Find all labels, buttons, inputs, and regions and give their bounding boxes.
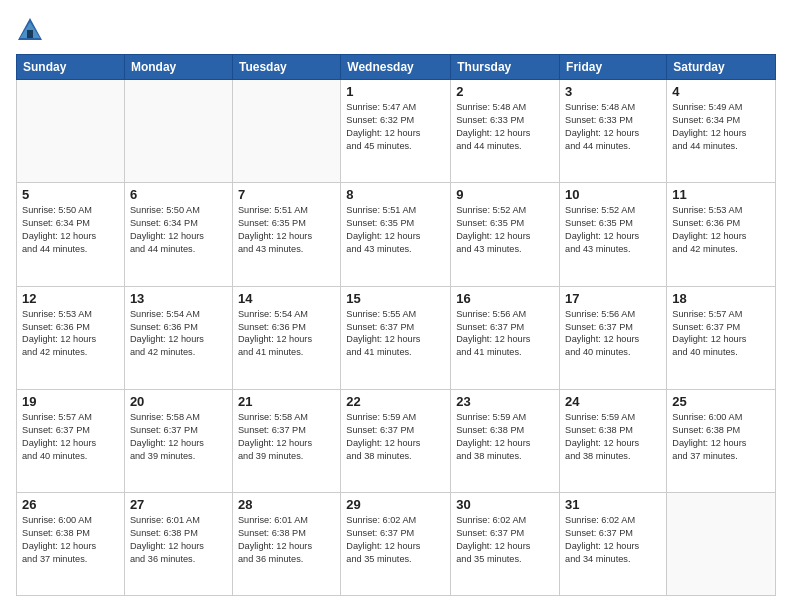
day-cell-29: 29Sunrise: 6:02 AM Sunset: 6:37 PM Dayli… xyxy=(341,493,451,596)
day-number: 27 xyxy=(130,497,227,512)
day-number: 8 xyxy=(346,187,445,202)
day-cell-31: 31Sunrise: 6:02 AM Sunset: 6:37 PM Dayli… xyxy=(560,493,667,596)
day-cell-5: 5Sunrise: 5:50 AM Sunset: 6:34 PM Daylig… xyxy=(17,183,125,286)
day-info: Sunrise: 5:53 AM Sunset: 6:36 PM Dayligh… xyxy=(672,204,770,256)
day-cell-empty-6 xyxy=(667,493,776,596)
day-number: 15 xyxy=(346,291,445,306)
day-cell-18: 18Sunrise: 5:57 AM Sunset: 6:37 PM Dayli… xyxy=(667,286,776,389)
day-number: 1 xyxy=(346,84,445,99)
day-number: 30 xyxy=(456,497,554,512)
day-info: Sunrise: 5:59 AM Sunset: 6:38 PM Dayligh… xyxy=(456,411,554,463)
calendar-table: SundayMondayTuesdayWednesdayThursdayFrid… xyxy=(16,54,776,596)
day-info: Sunrise: 6:02 AM Sunset: 6:37 PM Dayligh… xyxy=(565,514,661,566)
day-header-friday: Friday xyxy=(560,55,667,80)
day-cell-27: 27Sunrise: 6:01 AM Sunset: 6:38 PM Dayli… xyxy=(124,493,232,596)
day-cell-24: 24Sunrise: 5:59 AM Sunset: 6:38 PM Dayli… xyxy=(560,389,667,492)
day-header-wednesday: Wednesday xyxy=(341,55,451,80)
week-row-1: 1Sunrise: 5:47 AM Sunset: 6:32 PM Daylig… xyxy=(17,80,776,183)
day-info: Sunrise: 5:56 AM Sunset: 6:37 PM Dayligh… xyxy=(456,308,554,360)
day-header-tuesday: Tuesday xyxy=(232,55,340,80)
day-info: Sunrise: 5:55 AM Sunset: 6:37 PM Dayligh… xyxy=(346,308,445,360)
day-cell-9: 9Sunrise: 5:52 AM Sunset: 6:35 PM Daylig… xyxy=(451,183,560,286)
day-number: 6 xyxy=(130,187,227,202)
day-cell-empty-0 xyxy=(17,80,125,183)
day-number: 3 xyxy=(565,84,661,99)
day-info: Sunrise: 6:01 AM Sunset: 6:38 PM Dayligh… xyxy=(130,514,227,566)
day-info: Sunrise: 5:51 AM Sunset: 6:35 PM Dayligh… xyxy=(346,204,445,256)
day-number: 14 xyxy=(238,291,335,306)
day-number: 19 xyxy=(22,394,119,409)
day-number: 28 xyxy=(238,497,335,512)
day-number: 5 xyxy=(22,187,119,202)
day-info: Sunrise: 5:48 AM Sunset: 6:33 PM Dayligh… xyxy=(565,101,661,153)
day-cell-17: 17Sunrise: 5:56 AM Sunset: 6:37 PM Dayli… xyxy=(560,286,667,389)
day-cell-14: 14Sunrise: 5:54 AM Sunset: 6:36 PM Dayli… xyxy=(232,286,340,389)
day-info: Sunrise: 6:00 AM Sunset: 6:38 PM Dayligh… xyxy=(672,411,770,463)
day-info: Sunrise: 5:56 AM Sunset: 6:37 PM Dayligh… xyxy=(565,308,661,360)
day-info: Sunrise: 5:50 AM Sunset: 6:34 PM Dayligh… xyxy=(130,204,227,256)
day-number: 18 xyxy=(672,291,770,306)
calendar-page: SundayMondayTuesdayWednesdayThursdayFrid… xyxy=(0,0,792,612)
day-cell-empty-1 xyxy=(124,80,232,183)
day-number: 9 xyxy=(456,187,554,202)
day-info: Sunrise: 6:01 AM Sunset: 6:38 PM Dayligh… xyxy=(238,514,335,566)
day-number: 12 xyxy=(22,291,119,306)
day-number: 2 xyxy=(456,84,554,99)
day-cell-10: 10Sunrise: 5:52 AM Sunset: 6:35 PM Dayli… xyxy=(560,183,667,286)
day-cell-19: 19Sunrise: 5:57 AM Sunset: 6:37 PM Dayli… xyxy=(17,389,125,492)
day-number: 4 xyxy=(672,84,770,99)
day-number: 23 xyxy=(456,394,554,409)
day-cell-4: 4Sunrise: 5:49 AM Sunset: 6:34 PM Daylig… xyxy=(667,80,776,183)
day-info: Sunrise: 5:52 AM Sunset: 6:35 PM Dayligh… xyxy=(456,204,554,256)
day-number: 31 xyxy=(565,497,661,512)
day-number: 7 xyxy=(238,187,335,202)
day-cell-2: 2Sunrise: 5:48 AM Sunset: 6:33 PM Daylig… xyxy=(451,80,560,183)
day-info: Sunrise: 5:59 AM Sunset: 6:38 PM Dayligh… xyxy=(565,411,661,463)
day-number: 13 xyxy=(130,291,227,306)
day-cell-12: 12Sunrise: 5:53 AM Sunset: 6:36 PM Dayli… xyxy=(17,286,125,389)
day-number: 20 xyxy=(130,394,227,409)
day-cell-21: 21Sunrise: 5:58 AM Sunset: 6:37 PM Dayli… xyxy=(232,389,340,492)
day-number: 26 xyxy=(22,497,119,512)
week-row-2: 5Sunrise: 5:50 AM Sunset: 6:34 PM Daylig… xyxy=(17,183,776,286)
day-number: 11 xyxy=(672,187,770,202)
day-info: Sunrise: 5:57 AM Sunset: 6:37 PM Dayligh… xyxy=(672,308,770,360)
day-number: 10 xyxy=(565,187,661,202)
day-number: 25 xyxy=(672,394,770,409)
day-cell-3: 3Sunrise: 5:48 AM Sunset: 6:33 PM Daylig… xyxy=(560,80,667,183)
day-number: 17 xyxy=(565,291,661,306)
header-row: SundayMondayTuesdayWednesdayThursdayFrid… xyxy=(17,55,776,80)
day-header-thursday: Thursday xyxy=(451,55,560,80)
day-cell-7: 7Sunrise: 5:51 AM Sunset: 6:35 PM Daylig… xyxy=(232,183,340,286)
day-cell-13: 13Sunrise: 5:54 AM Sunset: 6:36 PM Dayli… xyxy=(124,286,232,389)
day-cell-15: 15Sunrise: 5:55 AM Sunset: 6:37 PM Dayli… xyxy=(341,286,451,389)
day-info: Sunrise: 5:53 AM Sunset: 6:36 PM Dayligh… xyxy=(22,308,119,360)
day-info: Sunrise: 6:02 AM Sunset: 6:37 PM Dayligh… xyxy=(346,514,445,566)
day-cell-22: 22Sunrise: 5:59 AM Sunset: 6:37 PM Dayli… xyxy=(341,389,451,492)
day-cell-1: 1Sunrise: 5:47 AM Sunset: 6:32 PM Daylig… xyxy=(341,80,451,183)
day-cell-11: 11Sunrise: 5:53 AM Sunset: 6:36 PM Dayli… xyxy=(667,183,776,286)
day-cell-23: 23Sunrise: 5:59 AM Sunset: 6:38 PM Dayli… xyxy=(451,389,560,492)
day-info: Sunrise: 5:50 AM Sunset: 6:34 PM Dayligh… xyxy=(22,204,119,256)
day-cell-16: 16Sunrise: 5:56 AM Sunset: 6:37 PM Dayli… xyxy=(451,286,560,389)
day-cell-8: 8Sunrise: 5:51 AM Sunset: 6:35 PM Daylig… xyxy=(341,183,451,286)
day-info: Sunrise: 5:54 AM Sunset: 6:36 PM Dayligh… xyxy=(238,308,335,360)
week-row-5: 26Sunrise: 6:00 AM Sunset: 6:38 PM Dayli… xyxy=(17,493,776,596)
week-row-4: 19Sunrise: 5:57 AM Sunset: 6:37 PM Dayli… xyxy=(17,389,776,492)
day-info: Sunrise: 5:48 AM Sunset: 6:33 PM Dayligh… xyxy=(456,101,554,153)
day-info: Sunrise: 5:58 AM Sunset: 6:37 PM Dayligh… xyxy=(130,411,227,463)
day-info: Sunrise: 5:52 AM Sunset: 6:35 PM Dayligh… xyxy=(565,204,661,256)
day-cell-6: 6Sunrise: 5:50 AM Sunset: 6:34 PM Daylig… xyxy=(124,183,232,286)
day-info: Sunrise: 6:00 AM Sunset: 6:38 PM Dayligh… xyxy=(22,514,119,566)
logo xyxy=(16,16,48,44)
day-number: 24 xyxy=(565,394,661,409)
svg-rect-2 xyxy=(27,30,33,38)
day-cell-25: 25Sunrise: 6:00 AM Sunset: 6:38 PM Dayli… xyxy=(667,389,776,492)
day-cell-26: 26Sunrise: 6:00 AM Sunset: 6:38 PM Dayli… xyxy=(17,493,125,596)
day-header-sunday: Sunday xyxy=(17,55,125,80)
day-info: Sunrise: 5:59 AM Sunset: 6:37 PM Dayligh… xyxy=(346,411,445,463)
day-info: Sunrise: 5:47 AM Sunset: 6:32 PM Dayligh… xyxy=(346,101,445,153)
day-info: Sunrise: 5:54 AM Sunset: 6:36 PM Dayligh… xyxy=(130,308,227,360)
week-row-3: 12Sunrise: 5:53 AM Sunset: 6:36 PM Dayli… xyxy=(17,286,776,389)
day-info: Sunrise: 6:02 AM Sunset: 6:37 PM Dayligh… xyxy=(456,514,554,566)
